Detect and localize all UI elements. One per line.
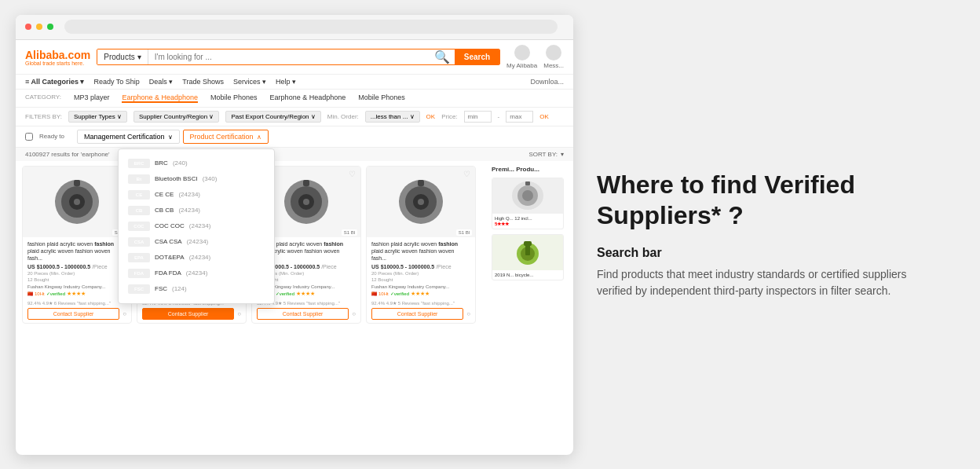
sort-chevron[interactable]: ▾	[561, 151, 564, 158]
cert-option-fda[interactable]: FDA FDA FDA (24234)	[119, 266, 274, 281]
premium-product-svg-2	[508, 236, 547, 268]
product-price-1: US $10000.5 - 1000000.5 /Piece	[27, 264, 126, 269]
premium-product-svg-1	[508, 180, 547, 211]
my-alibaba-link[interactable]: My Alibaba	[506, 45, 537, 69]
product-cert-btn[interactable]: Product Certification	[183, 130, 269, 144]
browser-dot-yellow[interactable]	[36, 24, 42, 30]
premium-brand-1: 5★★★	[495, 221, 561, 226]
product-cert-chevron	[257, 133, 261, 141]
cert-option-coc[interactable]: COC COC COC (24234)	[119, 218, 274, 234]
address-bar[interactable]	[64, 20, 558, 34]
cert-option-cb[interactable]: CB CB CB (24234)	[119, 203, 274, 218]
cert-option-ce[interactable]: CE CE CE (24234)	[119, 187, 274, 203]
browser-dot-green[interactable]	[47, 24, 53, 30]
search-input[interactable]	[148, 49, 430, 64]
cat-mp3[interactable]: MP3 player	[74, 93, 110, 103]
svg-point-13	[303, 199, 309, 205]
price-min-input[interactable]	[464, 111, 492, 123]
product-moq-4: 20 Pieces (Min. Order)	[371, 271, 470, 276]
supplier-types-filter[interactable]: Supplier Types ∨	[68, 111, 127, 123]
cert-option-brc[interactable]: BRC BRC (240)	[119, 156, 274, 171]
cert-count-fsc: (124)	[172, 285, 187, 292]
nav-ready-to-ship[interactable]: Ready To Ship	[93, 78, 139, 86]
wishlist-icon-3[interactable]: ♡	[349, 170, 356, 178]
price-label: Price:	[441, 113, 457, 120]
cert-logo-ce: CE	[128, 190, 150, 200]
cert-label-csa: CSA CSA	[155, 238, 182, 245]
premium-item-2[interactable]: 2019 N... bicycle...	[492, 234, 564, 280]
page-wrapper: Alibaba.com Global trade starts here. Pr…	[0, 0, 980, 469]
nav-help[interactable]: Help ▾	[276, 78, 296, 86]
product-company-4: Fushan Kingway Industry Company...	[371, 284, 470, 289]
product-rating-1: 🇨🇳 10Ht ✓verified ★★★★	[27, 291, 126, 297]
ready-to-ship-checkbox[interactable]	[25, 133, 33, 141]
price-max-input[interactable]	[506, 111, 533, 123]
sort-by-label: SORT BY:	[528, 151, 558, 158]
compare-icon-4[interactable]: ○	[466, 310, 470, 317]
product-bought-4: 12 Bought	[371, 277, 470, 282]
sort-right: SORT BY: ▾	[528, 151, 564, 158]
right-panel-sub-heading: Search bar	[597, 246, 925, 260]
nav-download[interactable]: Downloa...	[530, 78, 564, 86]
cert-option-fsc[interactable]: FSC FSC (124)	[119, 281, 274, 297]
cert-count-csa: (24234)	[187, 238, 209, 245]
nav-deals[interactable]: Deals ▾	[149, 78, 174, 86]
premium-item-1[interactable]: High Q... 12 incl... 5★★★	[492, 178, 564, 229]
logo-brand: Alibaba.com	[25, 49, 90, 61]
cert-logo-coc: COC	[128, 222, 150, 231]
price-ok[interactable]: OK	[539, 113, 549, 120]
compare-icon-2[interactable]: ○	[237, 310, 241, 317]
cat-earphone-headphone[interactable]: Earphone & Headphone	[122, 93, 198, 103]
cert-option-dot-epa[interactable]: EPA DOT&EPA (24234)	[119, 250, 274, 266]
cta-row-1: Contact Supplier ○	[27, 308, 126, 320]
search-icon: 🔍	[430, 49, 455, 64]
verified-label-4: ✓verified	[390, 291, 409, 296]
contact-btn-4[interactable]: Contact Supplier	[371, 308, 463, 320]
svg-point-3	[74, 199, 80, 205]
nav-services[interactable]: Services ▾	[233, 78, 266, 86]
years-label-4: 10Ht	[378, 291, 389, 296]
past-export-filter[interactable]: Past Export Country/Region ∨	[225, 111, 320, 123]
contact-btn-2[interactable]: Contact Supplier	[142, 308, 234, 320]
header-icons: My Alibaba Mess...	[506, 45, 564, 69]
management-cert-chevron	[168, 133, 173, 141]
price-separator: -	[498, 113, 500, 120]
cert-count-brc: (240)	[173, 159, 188, 167]
nav-trade-shows[interactable]: Trade Shows	[182, 78, 224, 86]
compare-icon-3[interactable]: ○	[352, 310, 356, 317]
supplier-badge-3: S1 Bl	[342, 229, 357, 236]
messages-link[interactable]: Mess...	[543, 45, 564, 69]
supplier-country-filter[interactable]: Supplier Country/Region ∨	[133, 111, 219, 123]
cert-label-bluetooth: Bluetooth BSCI	[155, 175, 198, 182]
contact-btn-1[interactable]: Contact Supplier	[27, 308, 119, 320]
cat-earphone-headphone-2[interactable]: Earphone & Headphone	[270, 93, 346, 103]
cert-logo-brc: BRC	[128, 159, 150, 168]
cert-option-bluetooth[interactable]: Bt Bluetooth BSCI (340)	[119, 171, 274, 187]
product-info-1: fashion plaid acrylic woven fashion plai…	[23, 237, 131, 323]
reviews-1: 92.4% 4.9★ 6 Reviews "fast shipping..."	[27, 300, 126, 306]
cert-logo-bluetooth: Bt	[128, 174, 150, 184]
compare-icon-1[interactable]: ○	[122, 310, 126, 317]
min-order-value[interactable]: ...less than ... ∨	[365, 111, 420, 123]
supplier-badge-4: S1 Bl	[456, 229, 472, 236]
browser-dot-red[interactable]	[25, 24, 31, 30]
min-order-ok[interactable]: OK	[426, 113, 436, 120]
logo-tagline: Global trade starts here.	[25, 60, 90, 66]
wishlist-icon-4[interactable]: ♡	[463, 170, 470, 178]
nav-all-categories[interactable]: ≡ All Categories ▾	[25, 78, 84, 86]
contact-btn-3[interactable]: Contact Supplier	[257, 308, 349, 320]
management-cert-btn[interactable]: Management Certification	[77, 130, 180, 144]
cert-option-csa[interactable]: CSA CSA CSA (24234)	[119, 234, 274, 250]
cat-mobile-phones[interactable]: Mobile Phones	[210, 93, 258, 103]
premium-img-1	[492, 178, 563, 214]
speaker-svg-3	[283, 178, 330, 225]
cert-logo-cb: CB	[128, 206, 150, 215]
messages-icon	[546, 45, 561, 60]
search-button[interactable]: Search	[455, 49, 499, 64]
product-bought-1: 12 Bought	[27, 277, 126, 282]
search-type-dropdown[interactable]: Products ▾	[97, 49, 148, 64]
stars-1: ★★★★	[67, 291, 86, 297]
messages-label: Mess...	[543, 62, 564, 69]
product-cert-dropdown: BRC BRC (240) Bt Bluetooth BSCI (340) CE…	[118, 148, 275, 304]
cat-mobile-phones-2[interactable]: Mobile Phones	[358, 93, 405, 103]
